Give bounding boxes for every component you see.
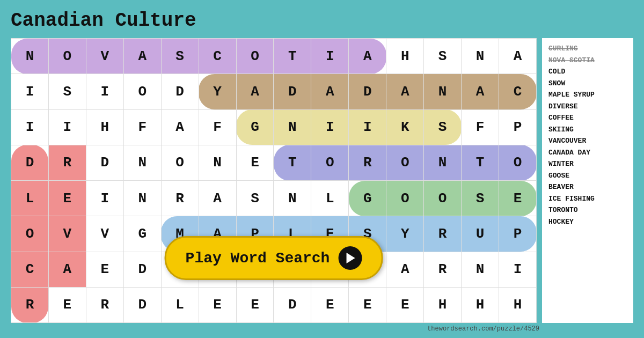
grid-cell[interactable]: S bbox=[424, 109, 462, 145]
play-button[interactable]: Play Word Search bbox=[165, 236, 383, 280]
grid-cell[interactable]: N bbox=[123, 145, 161, 180]
grid-cell[interactable]: N bbox=[274, 181, 311, 216]
grid-cell[interactable]: L bbox=[11, 181, 49, 216]
grid-cell[interactable]: D bbox=[123, 287, 161, 322]
word-search-grid[interactable]: NOVASCOTIAHSNAISIODYADADANACIIHFAFGNIIKS… bbox=[11, 38, 537, 323]
grid-cell[interactable]: I bbox=[349, 109, 386, 145]
grid-cell[interactable]: O bbox=[386, 145, 424, 180]
grid-cell[interactable]: P bbox=[499, 216, 536, 252]
grid-cell[interactable]: E bbox=[349, 287, 386, 322]
grid-cell[interactable]: S bbox=[161, 39, 199, 74]
grid-cell[interactable]: N bbox=[424, 74, 462, 109]
grid-cell[interactable]: I bbox=[11, 109, 49, 145]
grid-cell[interactable]: D bbox=[161, 74, 199, 109]
grid-cell[interactable]: O bbox=[11, 216, 49, 252]
grid-cell[interactable]: C bbox=[199, 39, 236, 74]
grid-cell[interactable]: I bbox=[11, 74, 49, 109]
grid-cell[interactable]: O bbox=[48, 39, 86, 74]
grid-cell[interactable]: D bbox=[274, 287, 311, 322]
grid-cell[interactable]: F bbox=[462, 109, 499, 145]
grid-cell[interactable]: E bbox=[236, 145, 274, 180]
grid-cell[interactable]: K bbox=[386, 109, 424, 145]
grid-cell[interactable]: I bbox=[86, 181, 123, 216]
grid-cell[interactable]: O bbox=[236, 39, 274, 74]
grid-cell[interactable]: G bbox=[123, 216, 161, 252]
grid-cell[interactable]: E bbox=[86, 252, 123, 287]
grid-cell[interactable]: R bbox=[424, 216, 462, 252]
grid-cell[interactable]: D bbox=[349, 74, 386, 109]
grid-cell[interactable]: G bbox=[349, 181, 386, 216]
grid-cell[interactable]: H bbox=[386, 39, 424, 74]
grid-cell[interactable]: I bbox=[86, 74, 123, 109]
grid-cell[interactable]: N bbox=[123, 181, 161, 216]
grid-cell[interactable]: H bbox=[86, 109, 123, 145]
grid-cell[interactable]: E bbox=[199, 287, 236, 322]
grid-cell[interactable]: L bbox=[161, 287, 199, 322]
grid-cell[interactable]: A bbox=[236, 74, 274, 109]
grid-cell[interactable]: O bbox=[424, 181, 462, 216]
grid-cell[interactable]: L bbox=[311, 181, 349, 216]
grid-cell[interactable]: H bbox=[499, 287, 536, 322]
grid-cell[interactable]: E bbox=[499, 181, 536, 216]
grid-cell[interactable]: E bbox=[48, 287, 86, 322]
grid-cell[interactable]: A bbox=[48, 252, 86, 287]
grid-cell[interactable]: N bbox=[462, 39, 499, 74]
grid-cell[interactable]: C bbox=[499, 74, 536, 109]
grid-cell[interactable]: D bbox=[86, 145, 123, 180]
grid-cell[interactable]: V bbox=[86, 216, 123, 252]
grid-cell[interactable]: N bbox=[424, 145, 462, 180]
grid-cell[interactable]: U bbox=[462, 216, 499, 252]
grid-cell[interactable]: R bbox=[48, 145, 86, 180]
grid-cell[interactable]: A bbox=[462, 74, 499, 109]
grid-cell[interactable]: O bbox=[499, 145, 536, 180]
grid-cell[interactable]: N bbox=[11, 39, 49, 74]
grid-cell[interactable]: T bbox=[274, 145, 311, 180]
grid-cell[interactable]: R bbox=[161, 181, 199, 216]
grid-cell[interactable]: A bbox=[199, 181, 236, 216]
grid-cell[interactable]: V bbox=[48, 216, 86, 252]
grid-cell[interactable]: H bbox=[424, 287, 462, 322]
grid-cell[interactable]: A bbox=[349, 39, 386, 74]
grid-cell[interactable]: E bbox=[48, 181, 86, 216]
grid-cell[interactable]: E bbox=[236, 287, 274, 322]
grid-cell[interactable]: D bbox=[123, 252, 161, 287]
grid-cell[interactable]: D bbox=[11, 145, 49, 180]
grid-cell[interactable]: O bbox=[386, 181, 424, 216]
grid-cell[interactable]: F bbox=[199, 109, 236, 145]
grid-cell[interactable]: O bbox=[161, 145, 199, 180]
grid-cell[interactable]: R bbox=[86, 287, 123, 322]
grid-cell[interactable]: Y bbox=[386, 216, 424, 252]
grid-cell[interactable]: A bbox=[311, 74, 349, 109]
grid-cell[interactable]: V bbox=[86, 39, 123, 74]
grid-cell[interactable]: A bbox=[161, 109, 199, 145]
grid-cell[interactable]: I bbox=[48, 109, 86, 145]
grid-cell[interactable]: T bbox=[274, 39, 311, 74]
grid-cell[interactable]: C bbox=[11, 252, 49, 287]
grid-cell[interactable]: I bbox=[499, 252, 536, 287]
grid-cell[interactable]: G bbox=[236, 109, 274, 145]
grid-cell[interactable]: F bbox=[123, 109, 161, 145]
grid-cell[interactable]: H bbox=[462, 287, 499, 322]
grid-cell[interactable]: N bbox=[199, 145, 236, 180]
grid-cell[interactable]: A bbox=[386, 252, 424, 287]
grid-cell[interactable]: E bbox=[386, 287, 424, 322]
grid-cell[interactable]: D bbox=[274, 74, 311, 109]
grid-cell[interactable]: A bbox=[386, 74, 424, 109]
grid-cell[interactable]: O bbox=[311, 145, 349, 180]
grid-cell[interactable]: E bbox=[311, 287, 349, 322]
grid-cell[interactable]: R bbox=[424, 252, 462, 287]
grid-cell[interactable]: T bbox=[462, 145, 499, 180]
grid-cell[interactable]: N bbox=[462, 252, 499, 287]
grid-cell[interactable]: O bbox=[123, 74, 161, 109]
grid-cell[interactable]: S bbox=[462, 181, 499, 216]
grid-cell[interactable]: A bbox=[123, 39, 161, 74]
grid-cell[interactable]: R bbox=[11, 287, 49, 322]
grid-cell[interactable]: I bbox=[311, 109, 349, 145]
grid-cell[interactable]: A bbox=[499, 39, 536, 74]
grid-cell[interactable]: N bbox=[274, 109, 311, 145]
grid-cell[interactable]: S bbox=[236, 181, 274, 216]
grid-cell[interactable]: P bbox=[499, 109, 536, 145]
grid-cell[interactable]: Y bbox=[199, 74, 236, 109]
grid-cell[interactable]: R bbox=[349, 145, 386, 180]
grid-cell[interactable]: S bbox=[424, 39, 462, 74]
